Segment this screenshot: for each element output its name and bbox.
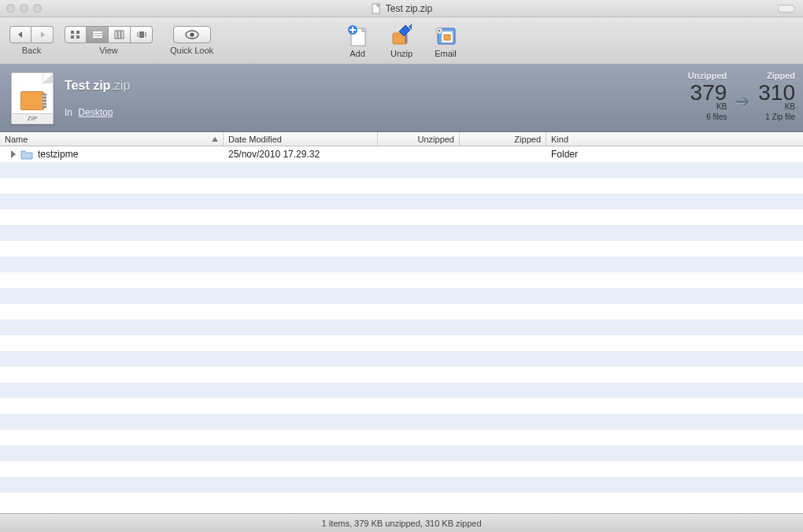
empty-row xyxy=(0,414,803,430)
table-row[interactable]: testzipme 25/nov/2010 17.29.32 Folder xyxy=(0,146,803,162)
file-location: In Desktop xyxy=(65,107,130,118)
empty-row xyxy=(0,209,803,225)
minimize-window-button[interactable] xyxy=(20,4,28,13)
unzip-button[interactable]: Unzip xyxy=(385,24,418,58)
col-zipped-header[interactable]: Zipped xyxy=(460,132,546,146)
location-link[interactable]: Desktop xyxy=(78,107,113,118)
status-bar: 1 items, 379 KB unzipped, 310 KB zipped xyxy=(0,513,803,532)
disclosure-triangle-icon[interactable] xyxy=(11,150,16,158)
svg-rect-7 xyxy=(93,36,102,38)
unzipped-stat-label: Unzipped xyxy=(688,71,727,80)
unzipped-stat-value: 379 xyxy=(690,82,727,104)
col-kind-label: Kind xyxy=(551,135,568,144)
view-group: View xyxy=(65,26,153,55)
row-kind: Folder xyxy=(551,149,578,160)
svg-rect-2 xyxy=(76,31,80,34)
unzipped-stat: Unzipped 379 KB 6 files xyxy=(688,71,727,121)
view-coverflow-button[interactable] xyxy=(131,26,153,43)
zoom-window-button[interactable] xyxy=(33,4,42,13)
view-icons-button[interactable] xyxy=(65,26,87,43)
empty-row xyxy=(0,241,803,257)
col-date-label: Date Modified xyxy=(228,135,282,144)
col-kind-header[interactable]: Kind xyxy=(546,132,803,146)
column-header: Name Date Modified Unzipped Zipped Kind xyxy=(0,132,803,146)
col-date-header[interactable]: Date Modified xyxy=(224,132,378,146)
row-date: 25/nov/2010 17.29.32 xyxy=(228,149,320,160)
file-basename: Test zip xyxy=(65,79,110,92)
svg-rect-22 xyxy=(444,35,450,40)
zip-badge: ZIP xyxy=(12,113,53,124)
svg-point-15 xyxy=(190,32,194,36)
empty-row xyxy=(0,225,803,241)
file-list: testzipme 25/nov/2010 17.29.32 Folder xyxy=(0,146,803,513)
svg-rect-6 xyxy=(93,34,102,35)
svg-point-24 xyxy=(439,29,441,31)
location-prefix: In xyxy=(65,107,72,118)
empty-row xyxy=(0,178,803,194)
file-info-header: ZIP Test zip.zip In Desktop Unzipped 379… xyxy=(0,65,803,132)
unzipped-stat-sub: 6 files xyxy=(706,113,727,121)
file-ext: .zip xyxy=(110,79,130,92)
col-unzipped-header[interactable]: Unzipped xyxy=(378,132,460,146)
zipped-stat-value: 310 xyxy=(758,82,795,104)
window-controls xyxy=(0,4,42,13)
add-icon xyxy=(344,24,371,47)
unzipped-stat-unit: KB xyxy=(716,102,727,111)
document-icon xyxy=(371,3,382,14)
empty-row xyxy=(0,288,803,304)
svg-rect-10 xyxy=(121,31,124,39)
empty-row xyxy=(0,272,803,288)
col-zipped-label: Zipped xyxy=(514,135,541,144)
view-label: View xyxy=(99,46,118,55)
close-window-button[interactable] xyxy=(6,4,15,13)
forward-button[interactable] xyxy=(31,26,54,43)
svg-rect-0 xyxy=(372,4,379,13)
eye-icon xyxy=(185,30,199,39)
zipped-stat-label: Zipped xyxy=(767,71,795,80)
toolbar: Back View Quick Look xyxy=(0,17,803,65)
empty-row xyxy=(0,445,803,461)
back-button[interactable] xyxy=(9,26,31,43)
sort-ascending-icon xyxy=(212,137,218,142)
empty-row xyxy=(0,430,803,445)
empty-row xyxy=(0,477,803,493)
empty-row xyxy=(0,367,803,382)
quicklook-button[interactable] xyxy=(173,26,211,43)
add-button[interactable]: Add xyxy=(341,24,374,58)
unzip-icon xyxy=(388,24,415,47)
add-label: Add xyxy=(350,49,365,58)
back-group: Back xyxy=(9,26,54,55)
empty-row xyxy=(0,461,803,477)
empty-row xyxy=(0,304,803,320)
svg-rect-13 xyxy=(145,32,146,37)
empty-row xyxy=(0,162,803,178)
svg-rect-11 xyxy=(139,31,144,38)
email-label: Email xyxy=(435,49,457,58)
zipped-stat: Zipped 310 KB 1 Zip file xyxy=(758,71,795,121)
quicklook-group: Quick Look xyxy=(170,26,213,55)
empty-row xyxy=(0,382,803,398)
unzip-label: Unzip xyxy=(390,49,413,58)
folder-icon xyxy=(20,150,33,160)
zipped-stat-unit: KB xyxy=(785,102,795,111)
view-columns-button[interactable] xyxy=(109,26,131,43)
email-button[interactable]: Email xyxy=(429,24,462,58)
status-text: 1 items, 379 KB unzipped, 310 KB zipped xyxy=(321,519,481,528)
titlebar: Test zip.zip xyxy=(0,0,803,17)
empty-row xyxy=(0,335,803,351)
window-title-text: Test zip.zip xyxy=(386,3,432,14)
empty-row xyxy=(0,351,803,367)
center-actions: Add Unzip Email xyxy=(341,24,462,58)
col-name-label: Name xyxy=(5,135,28,144)
svg-rect-9 xyxy=(118,31,120,39)
view-list-button[interactable] xyxy=(87,26,109,43)
zip-file-icon: ZIP xyxy=(11,72,54,124)
file-title: Test zip.zip xyxy=(65,79,130,93)
empty-row xyxy=(0,320,803,335)
toolbar-toggle-button[interactable] xyxy=(778,5,795,13)
svg-rect-3 xyxy=(71,35,74,39)
col-name-header[interactable]: Name xyxy=(0,132,224,146)
email-icon xyxy=(432,24,459,47)
zipped-stat-sub: 1 Zip file xyxy=(765,113,795,121)
arrow-icon: ➔ xyxy=(735,91,750,113)
